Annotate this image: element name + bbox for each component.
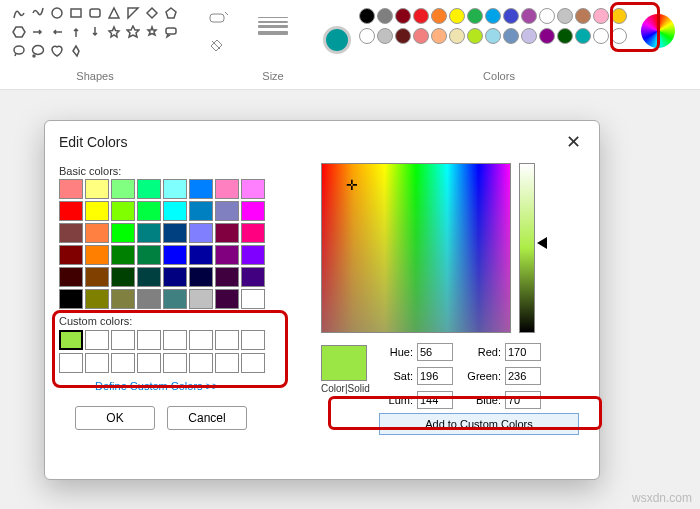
custom-row-2[interactable] — [59, 353, 307, 373]
add-to-custom-button[interactable]: Add to Custom Colors — [379, 413, 579, 435]
color-swatch[interactable] — [215, 201, 239, 221]
color-swatch[interactable] — [215, 330, 239, 350]
color-swatch[interactable] — [137, 353, 161, 373]
color-swatch[interactable] — [557, 8, 573, 24]
color-swatch[interactable] — [85, 289, 109, 309]
color-swatch[interactable] — [137, 267, 161, 287]
color-swatch[interactable] — [521, 8, 537, 24]
color-swatch[interactable] — [111, 330, 135, 350]
color-swatch[interactable] — [111, 289, 135, 309]
color-swatch[interactable] — [59, 223, 83, 243]
color-swatch[interactable] — [137, 223, 161, 243]
color-swatch[interactable] — [189, 330, 213, 350]
color-swatch[interactable] — [241, 179, 265, 199]
color-swatch[interactable] — [395, 28, 411, 44]
hue-sat-picker[interactable]: ✛ — [321, 163, 511, 333]
color-swatch[interactable] — [189, 201, 213, 221]
color-swatch[interactable] — [611, 28, 627, 44]
color-swatch[interactable] — [215, 223, 239, 243]
green-input[interactable] — [505, 367, 541, 385]
color-swatch[interactable] — [521, 28, 537, 44]
color-swatch[interactable] — [611, 8, 627, 24]
color-swatch[interactable] — [59, 201, 83, 221]
color-swatch[interactable] — [111, 223, 135, 243]
color-swatch[interactable] — [557, 28, 573, 44]
color-swatch[interactable] — [503, 8, 519, 24]
color-swatch[interactable] — [449, 8, 465, 24]
color-swatch[interactable] — [377, 28, 393, 44]
color-swatch[interactable] — [59, 245, 83, 265]
color-swatch[interactable] — [241, 245, 265, 265]
color-swatch[interactable] — [111, 179, 135, 199]
color-swatch[interactable] — [359, 8, 375, 24]
palette-row-1[interactable] — [359, 8, 627, 24]
color-swatch[interactable] — [377, 8, 393, 24]
color-swatch[interactable] — [85, 201, 109, 221]
color-swatch[interactable] — [359, 28, 375, 44]
edit-colors-icon[interactable] — [641, 14, 675, 48]
color-swatch[interactable] — [137, 245, 161, 265]
color-swatch[interactable] — [85, 330, 109, 350]
outline-icon[interactable] — [209, 10, 229, 28]
luminance-arrow-icon[interactable] — [537, 237, 547, 249]
color-swatch[interactable] — [163, 245, 187, 265]
color-swatch[interactable] — [111, 267, 135, 287]
shapes-grid[interactable] — [10, 4, 180, 60]
color-swatch[interactable] — [539, 8, 555, 24]
luminance-bar[interactable] — [519, 163, 535, 333]
red-input[interactable] — [505, 343, 541, 361]
color-swatch[interactable] — [163, 223, 187, 243]
color-swatch[interactable] — [111, 201, 135, 221]
color-swatch[interactable] — [485, 28, 501, 44]
color-swatch[interactable] — [593, 28, 609, 44]
color-swatch[interactable] — [241, 289, 265, 309]
color-swatch[interactable] — [189, 223, 213, 243]
color-swatch[interactable] — [189, 289, 213, 309]
color-swatch[interactable] — [59, 179, 83, 199]
color-swatch[interactable] — [163, 330, 187, 350]
color-swatch[interactable] — [189, 245, 213, 265]
color-swatch[interactable] — [575, 8, 591, 24]
color-swatch[interactable] — [467, 8, 483, 24]
color-swatch[interactable] — [241, 330, 265, 350]
color-swatch[interactable] — [137, 201, 161, 221]
color-swatch[interactable] — [241, 267, 265, 287]
color-swatch[interactable] — [215, 179, 239, 199]
color-swatch[interactable] — [163, 201, 187, 221]
define-custom-link[interactable]: Define Custom Colors >> — [59, 376, 307, 400]
color-swatch[interactable] — [163, 353, 187, 373]
color-swatch[interactable] — [189, 353, 213, 373]
color-swatch[interactable] — [163, 289, 187, 309]
color-swatch[interactable] — [85, 245, 109, 265]
color-swatch[interactable] — [431, 8, 447, 24]
close-icon[interactable]: ✕ — [562, 131, 585, 153]
color-swatch[interactable] — [485, 8, 501, 24]
color-swatch[interactable] — [539, 28, 555, 44]
sat-input[interactable] — [417, 367, 453, 385]
color-swatch[interactable] — [395, 8, 411, 24]
color-swatch[interactable] — [575, 28, 591, 44]
color-swatch[interactable] — [59, 330, 83, 350]
color-swatch[interactable] — [59, 289, 83, 309]
color-swatch[interactable] — [241, 223, 265, 243]
basic-colors-grid[interactable] — [59, 179, 307, 309]
color-swatch[interactable] — [137, 179, 161, 199]
color-swatch[interactable] — [449, 28, 465, 44]
color-swatch[interactable] — [413, 28, 429, 44]
color-swatch[interactable] — [137, 330, 161, 350]
palette-row-2[interactable] — [359, 28, 627, 44]
color-swatch[interactable] — [241, 201, 265, 221]
color-swatch[interactable] — [215, 353, 239, 373]
blue-input[interactable] — [505, 391, 541, 409]
color-swatch[interactable] — [59, 267, 83, 287]
lum-input[interactable] — [417, 391, 453, 409]
color-swatch[interactable] — [189, 267, 213, 287]
current-color[interactable] — [323, 26, 351, 54]
color-swatch[interactable] — [163, 179, 187, 199]
size-icon[interactable] — [258, 16, 288, 36]
color-swatch[interactable] — [593, 8, 609, 24]
color-swatch[interactable] — [413, 8, 429, 24]
color-swatch[interactable] — [59, 353, 83, 373]
ok-button[interactable]: OK — [75, 406, 155, 430]
color-swatch[interactable] — [163, 267, 187, 287]
